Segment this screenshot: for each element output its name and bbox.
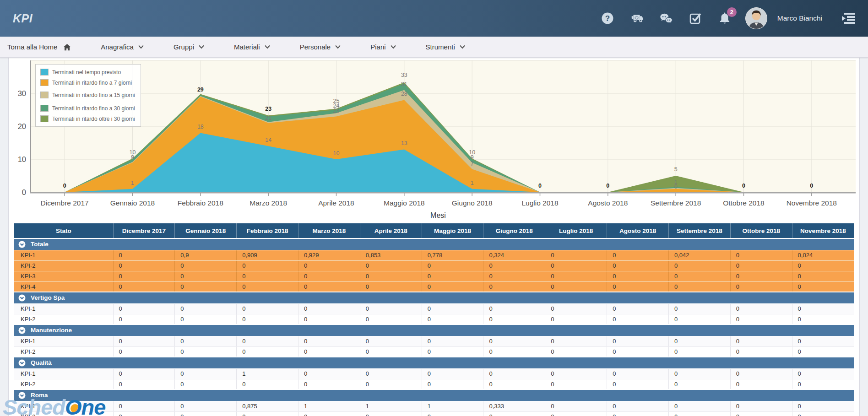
table-row-totale-kpi-1: KPI-100,90,9090,9290,8530,7780,324000,04… [14, 250, 854, 260]
chart-legend: Terminati nel tempo previstoTerminati in… [35, 64, 141, 127]
page-title: KPI [13, 12, 33, 25]
group-row-manutenzione[interactable]: Manutenzione [14, 324, 854, 336]
nav-item-label: Piani [370, 43, 385, 51]
value-cell: 0 [668, 368, 730, 379]
user-name[interactable]: Marco Bianchi [777, 14, 822, 22]
tasks-icon[interactable] [689, 11, 702, 25]
value-cell: 0 [668, 314, 730, 324]
value-cell: 0 [113, 250, 175, 260]
legend-item-2[interactable]: Terminati in ritardo fino a 7 giorni [40, 79, 135, 86]
legend-item-1[interactable]: Terminati nel tempo previsto [40, 69, 135, 76]
value-cell: 0,024 [792, 250, 854, 260]
legend-item-5[interactable]: Terminati in ritardo oltre i 30 giorni [40, 115, 135, 122]
sidebar-toggle-icon[interactable] [841, 12, 856, 25]
kpi-table-body: TotaleKPI-100,90,9090,9290,8530,7780,324… [14, 238, 854, 416]
data-label: 9 [131, 154, 134, 161]
value-cell: 0 [607, 250, 669, 260]
value-cell: 0 [360, 260, 422, 271]
row-label: KPI-1 [14, 303, 113, 314]
nav-item-materiali[interactable]: Materiali [234, 43, 271, 51]
column-header-gennaio-2018[interactable]: Gennaio 2018 [175, 223, 237, 238]
data-label: 0 [810, 183, 813, 189]
legend-swatch [40, 115, 49, 122]
value-cell: 0,853 [360, 250, 422, 260]
value-cell: 0 [607, 281, 669, 292]
nav-item-personale[interactable]: Personale [300, 43, 342, 51]
nav-item-piani[interactable]: Piani [370, 43, 396, 51]
value-cell: 0 [668, 411, 730, 416]
nav-item-label: Strumenti [426, 43, 455, 51]
value-cell: 0 [730, 271, 792, 281]
data-label: 5 [674, 166, 678, 173]
value-cell: 0 [360, 368, 422, 379]
ambulance-icon[interactable] [630, 11, 644, 25]
column-header-ottobre-2018[interactable]: Ottobre 2018 [730, 223, 792, 238]
bell-icon[interactable]: 2 [718, 11, 732, 25]
value-cell: 0 [298, 303, 360, 314]
value-cell: 0 [545, 368, 607, 379]
value-cell: 0 [607, 379, 669, 389]
value-cell: 0 [730, 401, 792, 411]
value-cell: 0 [113, 401, 175, 411]
value-cell: 0 [422, 303, 483, 314]
column-header-dicembre-2017[interactable]: Dicembre 2017 [113, 223, 175, 238]
value-cell: 0 [175, 260, 237, 271]
value-cell: 0 [113, 346, 175, 357]
nav-home-link[interactable]: Torna alla Home [7, 43, 71, 51]
group-row-vertigo-spa[interactable]: Vertigo Spa [14, 292, 854, 303]
column-header-novembre-2018[interactable]: Novembre 2018 [792, 223, 854, 238]
legend-label: Terminati nel tempo previsto [52, 69, 121, 76]
value-cell: 0 [483, 411, 545, 416]
column-header-marzo-2018[interactable]: Marzo 2018 [298, 223, 360, 238]
kpi-area-chart: Dicembre 2017Gennaio 2018Febbraio 2018Ma… [9, 58, 859, 222]
data-label: 1 [131, 180, 134, 186]
value-cell: 0 [175, 271, 237, 281]
value-cell: 0,778 [422, 250, 483, 260]
column-header-febbraio-2018[interactable]: Febbraio 2018 [237, 223, 298, 238]
table-row-totale-kpi-4: KPI-4000000000000 [14, 281, 854, 292]
group-row-roma[interactable]: Roma [14, 389, 854, 401]
nav-item-anagrafica[interactable]: Anagrafica [101, 43, 144, 51]
value-cell: 0 [668, 336, 730, 346]
column-header-luglio-2018[interactable]: Luglio 2018 [545, 223, 607, 238]
chevron-down-icon [390, 44, 396, 49]
chevron-down-icon [138, 44, 144, 49]
value-cell: 0 [792, 281, 854, 292]
value-cell: 0 [730, 336, 792, 346]
nav-item-gruppi[interactable]: Gruppi [174, 43, 205, 51]
legend-label: Terminati in ritardo oltre i 30 giorni [52, 116, 135, 122]
value-cell: 0 [545, 314, 607, 324]
messages-icon[interactable] [659, 11, 673, 25]
help-icon[interactable]: ? [601, 11, 614, 25]
column-header-giugno-2018[interactable]: Giugno 2018 [483, 223, 545, 238]
column-header-aprile-2018[interactable]: Aprile 2018 [360, 223, 422, 238]
value-cell: 0 [298, 368, 360, 379]
column-header-stato[interactable]: Stato [14, 223, 113, 238]
chevron-circle-down-icon [18, 327, 26, 334]
legend-label: Terminati in ritardo fino a 15 giorni [52, 92, 135, 98]
value-cell: 0 [175, 401, 237, 411]
nav-item-label: Personale [300, 43, 331, 51]
legend-item-4[interactable]: Terminati in ritardo fino a 30 giorni [40, 105, 135, 112]
column-header-maggio-2018[interactable]: Maggio 2018 [422, 223, 483, 238]
value-cell: 0 [237, 314, 298, 324]
group-label: Manutenzione [31, 327, 72, 334]
x-tick-label: Dicembre 2017 [41, 199, 89, 207]
svg-text:?: ? [605, 14, 610, 23]
data-label: 0 [742, 183, 745, 189]
column-header-agosto-2018[interactable]: Agosto 2018 [607, 223, 669, 238]
value-cell: 0 [545, 271, 607, 281]
avatar[interactable] [745, 7, 767, 29]
value-cell: 0 [483, 281, 545, 292]
nav-item-strumenti[interactable]: Strumenti [426, 43, 466, 51]
value-cell: 0 [360, 314, 422, 324]
value-cell: 0 [545, 260, 607, 271]
value-cell: 0 [607, 411, 669, 416]
legend-label: Terminati in ritardo fino a 7 giorni [52, 80, 132, 86]
group-row-totale[interactable]: Totale [14, 238, 854, 250]
value-cell: 0 [237, 346, 298, 357]
value-cell: 0 [422, 314, 483, 324]
legend-item-3[interactable]: Terminati in ritardo fino a 15 giorni [40, 92, 135, 98]
group-row-qualit[interactable]: Qualità [14, 357, 854, 368]
column-header-settembre-2018[interactable]: Settembre 2018 [668, 223, 730, 238]
